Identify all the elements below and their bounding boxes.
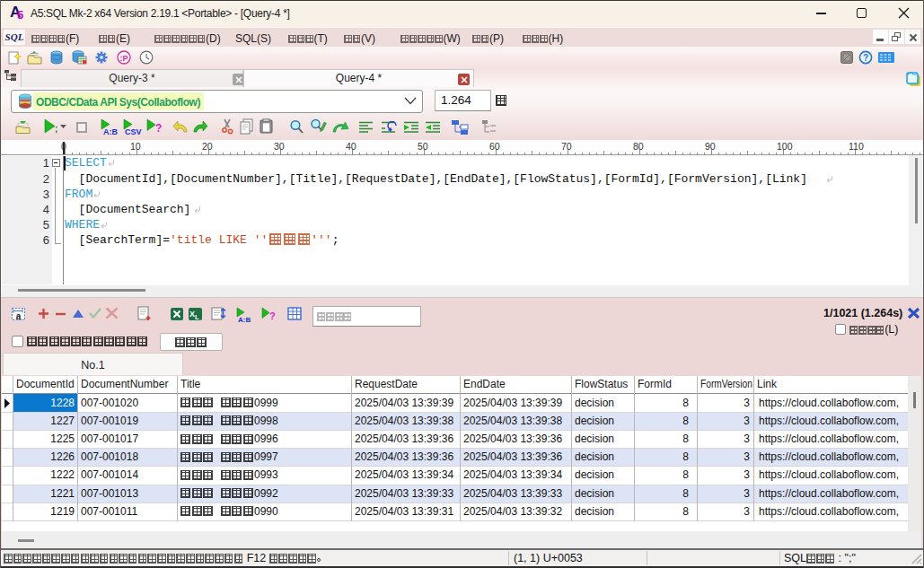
svg-text:a: a — [16, 311, 22, 321]
svg-text:A:B: A:B — [103, 127, 118, 135]
svg-text:?: ? — [155, 122, 162, 135]
svg-text:L: L — [195, 313, 199, 321]
svg-text:CSV: CSV — [125, 127, 142, 135]
svg-text:?: ? — [863, 53, 868, 63]
svg-text:?: ? — [269, 310, 276, 321]
svg-text:A:B: A:B — [238, 316, 251, 323]
svg-text:;: ; — [55, 124, 57, 134]
svg-text::P: :P — [120, 54, 128, 63]
